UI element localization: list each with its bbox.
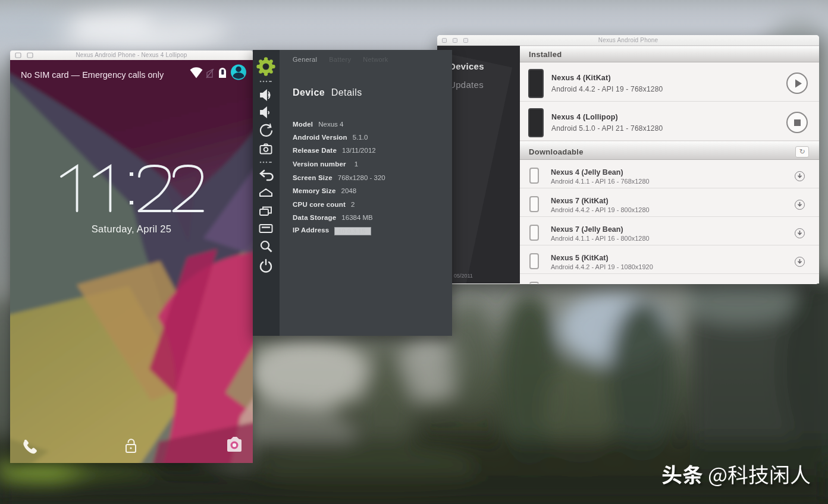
svg-text:Saturday, April 25: Saturday, April 25 <box>92 223 171 234</box>
svg-text:No SIM card — Emergency calls: No SIM card — Emergency calls only <box>21 70 164 80</box>
